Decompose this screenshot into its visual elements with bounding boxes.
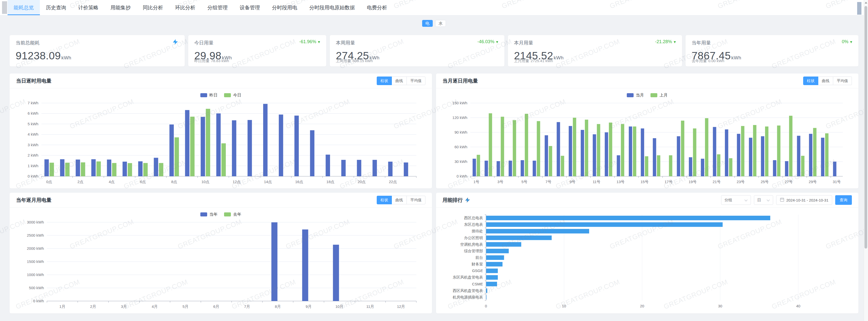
panel-daily-usage: 当月逐日用电量 柱状曲线平均值 当月上月 0 kWh30 kWh60 kWh90… [436,74,859,188]
nav-tab-0[interactable]: 能耗总览 [7,0,40,15]
bar [545,135,548,176]
chart-panels-grid: 当日逐时用电量 柱状曲线平均值 昨日今日 0 kWh1 kWh2 kWh3 kW… [9,74,859,314]
svg-text:27号: 27号 [785,180,793,184]
chart-legend: 当月上月 [442,91,852,99]
chart-area: 010203040西区总电表东区总电表接待处办公区照明空调机房电表综合管理部前台… [436,208,859,313]
svg-text:6 kWh: 6 kWh [28,111,38,115]
bar [154,158,158,176]
bar [497,161,500,176]
delta-badge: -46.03%▼ [477,39,499,45]
bar [617,155,620,176]
stat-cards-row: 当前总能耗 91238.09kWh 今日用量 29.98kWh -61.96%▼… [9,35,859,66]
bar [50,163,54,176]
view-curve-button[interactable]: 曲线 [392,77,407,85]
legend-item-0[interactable]: 昨日 [200,93,217,98]
legend-item-0[interactable]: 当月 [627,93,644,98]
bar [753,125,756,176]
monthly-usage-chart: 0 kWh500 kWh1000 kWh1500 kWh2000 kWh2500… [16,219,426,312]
energy-type-electric-button[interactable]: 电 [422,20,433,27]
nav-tab-2[interactable]: 计价策略 [72,0,104,15]
bar [621,124,624,176]
panel-header: 当日逐时用电量 柱状曲线平均值 [9,74,432,88]
view-average-button[interactable]: 平均值 [407,77,426,85]
view-average-button[interactable]: 平均值 [407,196,426,204]
scrollbar-up-arrow[interactable] [865,2,867,3]
svg-text:GSGE: GSGE [472,268,483,273]
bar [96,162,101,176]
bar [657,155,660,176]
group-select[interactable]: 分组 [721,195,751,205]
nav-tab-10[interactable]: 电费分析 [361,0,393,15]
bar [44,159,49,176]
bar [533,160,536,176]
bar [388,162,392,176]
lightning-icon [465,197,470,203]
page-scrollbar[interactable] [864,0,868,321]
date-range-input[interactable]: 2024-10-31 - 2024-10-31 [776,195,832,205]
view-bar-button[interactable]: 柱状 [377,196,392,204]
bar [825,133,828,176]
nav-tab-7[interactable]: 设备管理 [234,0,266,15]
scrollbar-thumb[interactable] [865,6,867,249]
svg-text:2500 kWh: 2500 kWh [27,233,44,237]
view-bar-button[interactable]: 柱状 [377,77,392,85]
bar [485,160,488,176]
svg-text:90 kWh: 90 kWh [455,130,467,134]
query-button[interactable]: 查询 [835,195,852,205]
energy-type-water-button[interactable]: 水 [435,20,446,27]
svg-text:13号: 13号 [616,180,624,184]
svg-text:1号: 1号 [473,180,479,184]
down-triangle-icon: ▼ [495,40,499,44]
nav-tab-1[interactable]: 历史查询 [40,0,72,15]
nav-tab-8[interactable]: 分时段用电 [266,0,303,15]
svg-text:60 kWh: 60 kWh [455,145,467,149]
view-bar-button[interactable]: 柱状 [803,77,818,85]
bar [333,245,339,301]
energy-ranking-chart: 010203040西区总电表东区总电表接待处办公区照明空调机房电表综合管理部前台… [442,212,852,312]
nav-tab-9[interactable]: 分时段用电原始数据 [303,0,361,15]
nav-tab-4[interactable]: 同比分析 [137,0,169,15]
bar [725,129,728,176]
view-average-button[interactable]: 平均值 [833,77,852,85]
bar [310,130,314,176]
bar [60,159,64,176]
svg-text:1 kWh: 1 kWh [28,164,38,168]
nav-tab-3[interactable]: 用能集抄 [104,0,137,15]
svg-text:4月: 4月 [152,304,157,309]
legend-item-1[interactable]: 今日 [224,93,241,98]
svg-text:7 kWh: 7 kWh [28,101,38,105]
legend-item-1[interactable]: 上月 [651,93,668,98]
view-button-group: 柱状曲线平均值 [377,77,426,85]
svg-text:CSME: CSME [472,282,483,286]
svg-text:9号: 9号 [569,180,575,184]
nav-tab-5[interactable]: 环比分析 [169,0,202,15]
bar [677,136,680,176]
legend-item-0[interactable]: 当年 [200,212,217,217]
ranking-bar [486,242,521,247]
energy-dashboard: GREATGROUP.COMGREATGROUP.COMGREATGROUP.C… [0,0,868,321]
bar [112,163,116,176]
legend-item-1[interactable]: 去年 [224,212,241,217]
view-curve-button[interactable]: 曲线 [392,196,407,204]
bar [789,116,792,176]
svg-text:120 kWh: 120 kWh [453,115,467,120]
bar [549,146,552,176]
ranking-bar [486,229,589,233]
nav-left-handle[interactable] [2,1,7,14]
bar [821,138,824,176]
daily-usage-chart: 0 kWh30 kWh60 kWh90 kWh120 kWh150 kWh1号3… [442,99,852,187]
view-curve-button[interactable]: 曲线 [818,77,833,85]
ranking-bar [486,275,498,280]
svg-text:3 kWh: 3 kWh [28,143,38,147]
bar [200,117,205,176]
stat-card-title: 当前总能耗 [16,40,179,46]
nav-tab-6[interactable]: 分组管理 [202,0,234,15]
bar [681,121,684,176]
svg-text:9月: 9月 [306,304,311,309]
svg-text:2 kWh: 2 kWh [28,153,38,157]
svg-text:西区风机盘管电表: 西区风机盘管电表 [453,288,483,293]
bar [717,154,720,176]
period-select[interactable]: 日 [754,195,773,205]
bar [645,156,648,176]
svg-text:31号: 31号 [833,180,841,184]
